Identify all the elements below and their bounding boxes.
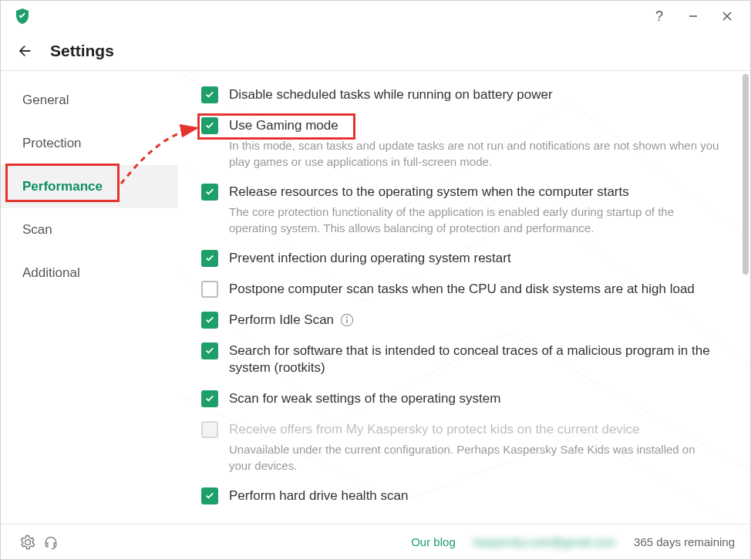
setting-idle-scan: Perform Idle Scan	[201, 312, 719, 329]
info-icon[interactable]	[340, 313, 354, 327]
account-email-link[interactable]: kaspersky.user@gmail.com	[474, 535, 615, 548]
sidebar-item-label: Scan	[22, 222, 52, 238]
window: ? Settings General Protection P	[0, 0, 751, 560]
content-area: Disable scheduled tasks while running on…	[178, 71, 750, 524]
sidebar-item-scan[interactable]: Scan	[1, 208, 178, 251]
setting-description: The core protection functionality of the…	[229, 204, 719, 236]
sidebar-item-label: General	[22, 93, 69, 108]
setting-label: Use Gaming mode	[229, 117, 719, 134]
setting-rootkits: Search for software that is intended to …	[201, 342, 719, 376]
sidebar: General Protection Performance Scan Addi…	[1, 71, 178, 524]
setting-label: Scan for weak settings of the operating …	[229, 390, 719, 407]
checkbox[interactable]	[201, 390, 218, 407]
checkbox[interactable]	[201, 184, 218, 201]
setting-label: Search for software that is intended to …	[229, 342, 719, 376]
setting-label: Disable scheduled tasks while running on…	[229, 86, 719, 103]
setting-disable-scheduled: Disable scheduled tasks while running on…	[201, 86, 719, 103]
minimize-button[interactable]	[676, 1, 710, 32]
header: Settings	[1, 32, 750, 70]
setting-label: Perform Idle Scan	[229, 312, 719, 329]
body: General Protection Performance Scan Addi…	[1, 71, 750, 524]
setting-weak-settings: Scan for weak settings of the operating …	[201, 390, 719, 407]
checkbox[interactable]	[201, 250, 218, 267]
checkbox[interactable]	[201, 117, 218, 134]
settings-scroll[interactable]: Disable scheduled tasks while running on…	[178, 71, 750, 524]
setting-label: Postpone computer scan tasks when the CP…	[229, 281, 719, 298]
support-headset-icon[interactable]	[39, 531, 62, 554]
sidebar-item-performance[interactable]: Performance	[1, 165, 178, 208]
setting-release-resources: Release resources to the operating syste…	[201, 184, 719, 236]
setting-label-text: Perform Idle Scan	[229, 312, 334, 329]
checkbox[interactable]	[201, 342, 218, 359]
close-button[interactable]	[710, 1, 744, 32]
setting-description: Unavailable under the current configurat…	[229, 441, 719, 474]
setting-gaming-mode: Use Gaming mode In this mode, scan tasks…	[201, 117, 719, 170]
setting-prevent-infection: Prevent infection during operating syste…	[201, 250, 719, 267]
scrollbar-thumb[interactable]	[743, 74, 749, 275]
checkbox[interactable]	[201, 487, 218, 504]
sidebar-item-protection[interactable]: Protection	[1, 122, 178, 165]
setting-label: Perform hard drive health scan	[229, 487, 719, 504]
license-remaining: 365 days remaining	[634, 535, 735, 548]
setting-postpone-scan: Postpone computer scan tasks when the CP…	[201, 281, 719, 298]
svg-rect-5	[346, 319, 348, 323]
sidebar-item-general[interactable]: General	[1, 79, 178, 122]
svg-point-4	[346, 316, 348, 318]
help-button[interactable]: ?	[642, 1, 676, 32]
sidebar-item-label: Performance	[22, 179, 103, 194]
checkbox[interactable]	[201, 86, 218, 103]
settings-gear-icon[interactable]	[16, 531, 39, 554]
setting-description: In this mode, scan tasks and update task…	[229, 137, 719, 170]
app-shield-icon	[13, 7, 32, 25]
sidebar-item-label: Additional	[22, 265, 80, 281]
checkbox[interactable]	[201, 312, 218, 329]
blog-link[interactable]: Our blog	[411, 535, 456, 548]
back-button[interactable]	[15, 41, 35, 61]
sidebar-item-label: Protection	[22, 136, 82, 151]
setting-hdd-health: Perform hard drive health scan	[201, 487, 719, 504]
checkbox	[201, 421, 218, 438]
setting-label: Prevent infection during operating syste…	[229, 250, 719, 267]
titlebar: ?	[1, 1, 750, 32]
sidebar-item-additional[interactable]: Additional	[1, 251, 178, 295]
page-title: Settings	[50, 42, 114, 60]
checkbox[interactable]	[201, 281, 218, 298]
setting-label: Receive offers from My Kaspersky to prot…	[229, 421, 719, 438]
setting-my-kaspersky-offers: Receive offers from My Kaspersky to prot…	[201, 421, 719, 474]
setting-label: Release resources to the operating syste…	[229, 184, 719, 201]
